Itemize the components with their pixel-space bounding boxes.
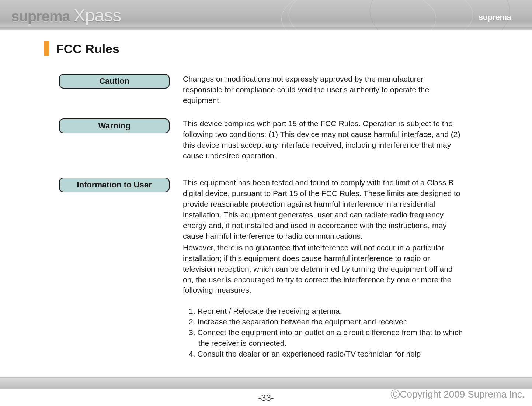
information-body: This equipment has been tested and found… <box>183 178 463 360</box>
information-paragraph-1: This equipment has been tested and found… <box>183 178 463 242</box>
brand-prefix: suprema <box>11 8 70 25</box>
footer-bar <box>0 377 532 389</box>
title-accent-bar-icon <box>44 41 49 56</box>
decorative-swirl <box>281 0 436 30</box>
information-paragraph-2: However, there is no guarantee that inte… <box>183 242 463 296</box>
warning-body: This device complies with part 15 of the… <box>183 118 463 161</box>
section-warning: Warning This device complies with part 1… <box>59 118 532 161</box>
caution-label: Caution <box>59 74 170 89</box>
page-title-block: FCC Rules <box>44 41 532 56</box>
information-label: Information to User <box>59 178 170 192</box>
section-caution: Caution Changes or modifications not exp… <box>59 74 532 106</box>
measure-item-2: 2. Increase the separation between the e… <box>189 317 463 327</box>
brand-product: Xpass <box>74 5 121 25</box>
measure-item-4: 4. Consult the dealer or an experienced … <box>189 349 463 359</box>
suprema-badge: suprema <box>458 3 525 26</box>
page-number: -33- <box>258 393 274 403</box>
header-banner: suprema Xpass suprema <box>0 0 532 30</box>
section-information-to-user: Information to User This equipment has b… <box>59 178 532 360</box>
measures-list: 1. Reorient / Relocate the receiving ant… <box>183 306 463 359</box>
caution-body: Changes or modifications not expressly a… <box>183 74 463 106</box>
page-title: FCC Rules <box>56 42 119 56</box>
copyright-text: ⒸCopyright 2009 Suprema Inc. <box>390 388 525 401</box>
footer: -33- ⒸCopyright 2009 Suprema Inc. <box>0 377 532 406</box>
measure-item-3: 3. Connect the equipment into an outlet … <box>189 327 463 349</box>
page-content: FCC Rules Caution Changes or modificatio… <box>0 30 532 377</box>
brand-logo: suprema Xpass <box>11 5 121 25</box>
measure-item-1: 1. Reorient / Relocate the receiving ant… <box>189 306 463 317</box>
badge-text: suprema <box>479 13 511 22</box>
warning-label: Warning <box>59 118 170 133</box>
decorative-swirl <box>289 0 473 30</box>
